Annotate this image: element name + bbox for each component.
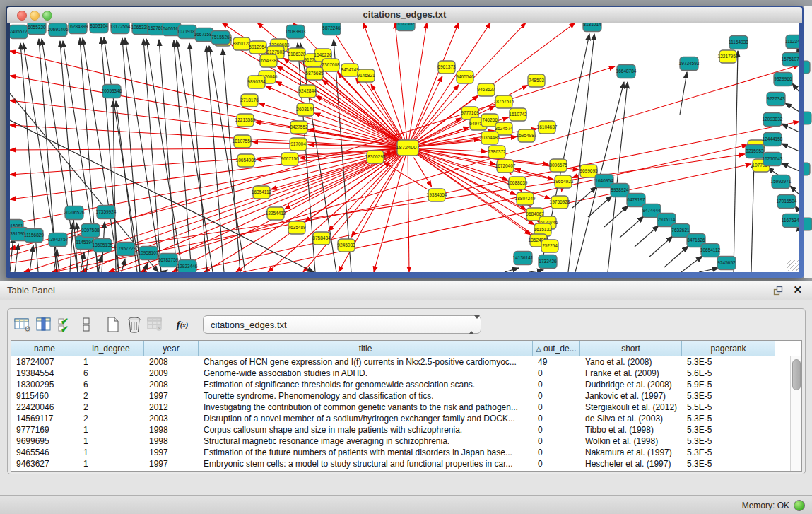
graph-node[interactable] xyxy=(28,23,46,35)
graph-node[interactable] xyxy=(286,25,305,39)
graph-node[interactable] xyxy=(777,195,796,209)
graph-node[interactable] xyxy=(97,206,115,219)
graph-node[interactable] xyxy=(288,48,305,61)
graph-node[interactable] xyxy=(497,160,514,173)
graph-node[interactable] xyxy=(111,23,129,34)
graph-node[interactable] xyxy=(551,196,568,209)
network-graph-canvas[interactable]: 1872400776638228860128591295412260683912… xyxy=(10,23,799,272)
graph-node[interactable] xyxy=(65,206,83,220)
graph-node[interactable] xyxy=(281,153,298,165)
graph-node[interactable] xyxy=(478,83,495,96)
graph-node[interactable] xyxy=(249,41,266,54)
table-row[interactable]: 2242004622012Investigating the contribut… xyxy=(11,402,801,413)
citation-network-graph[interactable]: 1872400776638228860128591295412260683912… xyxy=(10,23,799,272)
table-row[interactable]: 977716911998Corpus callosum shape and si… xyxy=(11,424,801,436)
scrollbar-thumb[interactable] xyxy=(792,359,801,390)
graph-node[interactable] xyxy=(341,64,358,76)
graph-node[interactable] xyxy=(299,85,316,98)
window-titlebar[interactable]: citations_edges.txt xyxy=(7,7,802,23)
graph-node[interactable] xyxy=(763,113,782,127)
graph-node[interactable] xyxy=(117,243,135,256)
graph-node[interactable] xyxy=(49,23,67,37)
graph-node[interactable] xyxy=(93,239,112,252)
delete-rows-icon[interactable] xyxy=(124,315,145,334)
graph-node[interactable] xyxy=(717,257,736,270)
graph-node[interactable] xyxy=(297,103,314,116)
graph-node[interactable] xyxy=(518,129,535,142)
graph-node[interactable] xyxy=(517,192,534,205)
table-row[interactable]: 946362711997Embryonic stem cells: a mode… xyxy=(11,458,801,469)
graph-node[interactable] xyxy=(81,224,100,238)
close-panel-icon[interactable]: ✕ xyxy=(793,284,802,296)
graph-node[interactable] xyxy=(680,57,698,71)
table-vertical-scrollbar[interactable] xyxy=(790,356,801,471)
select-rows-icon[interactable]: ✔✔ xyxy=(54,315,76,334)
graph-node[interactable] xyxy=(774,73,792,86)
float-panel-icon[interactable] xyxy=(772,285,784,296)
graph-node[interactable] xyxy=(550,159,567,172)
graph-node[interactable] xyxy=(49,233,67,247)
graph-node-hub[interactable] xyxy=(397,140,418,156)
graph-node[interactable] xyxy=(25,229,43,243)
graph-node[interactable] xyxy=(211,31,230,45)
graph-node[interactable] xyxy=(539,255,557,269)
column-edit-icon[interactable] xyxy=(33,315,54,334)
resize-grip[interactable] xyxy=(787,260,799,271)
graph-node[interactable] xyxy=(290,121,307,134)
table-settings-icon[interactable]: ⚙ xyxy=(12,315,33,334)
graph-node[interactable] xyxy=(555,175,572,188)
graph-node[interactable] xyxy=(233,37,250,50)
graph-node[interactable] xyxy=(248,76,265,88)
graph-node[interactable] xyxy=(457,71,473,83)
column-header-short[interactable]: short xyxy=(580,341,682,356)
graph-node[interactable] xyxy=(580,165,597,177)
graph-node[interactable] xyxy=(481,132,498,144)
graph-node[interactable] xyxy=(509,177,526,189)
graph-node[interactable] xyxy=(69,23,87,34)
table-row[interactable]: 1872400712008Changes of HCN gene express… xyxy=(11,356,801,368)
graph-node[interactable] xyxy=(90,23,108,33)
table-row[interactable]: 969969511998Structural magnetic resonanc… xyxy=(11,436,801,447)
graph-node[interactable] xyxy=(178,260,196,273)
column-header-out_de[interactable]: △out_de... xyxy=(533,341,580,356)
graph-node[interactable] xyxy=(719,50,736,63)
graph-node[interactable] xyxy=(267,207,284,220)
table-row[interactable]: 946554611997Estimation of the future num… xyxy=(11,447,801,458)
graph-node[interactable] xyxy=(237,154,254,167)
graph-node[interactable] xyxy=(260,54,277,67)
graph-node[interactable] xyxy=(782,53,799,66)
graph-node[interactable] xyxy=(772,175,790,189)
graph-node[interactable] xyxy=(541,240,558,252)
graph-node[interactable] xyxy=(313,232,330,245)
graph-node[interactable] xyxy=(234,135,251,148)
graph-node[interactable] xyxy=(338,239,355,252)
graph-node[interactable] xyxy=(782,214,799,228)
table-source-select[interactable]: citations_edges.txt xyxy=(203,315,481,334)
graph-node[interactable] xyxy=(10,25,28,39)
graph-node[interactable] xyxy=(627,194,645,207)
graph-node[interactable] xyxy=(322,23,341,35)
graph-node[interactable] xyxy=(617,65,635,78)
graph-node[interactable] xyxy=(76,236,94,250)
graph-node[interactable] xyxy=(195,28,213,42)
graph-node[interactable] xyxy=(729,36,748,49)
delete-table-icon[interactable]: ✕ xyxy=(145,315,166,334)
graph-node[interactable] xyxy=(611,184,629,197)
graph-node[interactable] xyxy=(290,138,307,151)
table-row[interactable]: 911546021997Tourette syndrome. Phenomeno… xyxy=(11,390,801,402)
graph-node[interactable] xyxy=(253,186,270,199)
graph-node[interactable] xyxy=(767,93,785,106)
graph-node[interactable] xyxy=(510,108,526,121)
table-row[interactable]: 1456911722003Disruption of a novel membe… xyxy=(11,413,801,424)
graph-node[interactable] xyxy=(396,23,415,31)
graph-node[interactable] xyxy=(763,133,782,146)
graph-node[interactable] xyxy=(438,61,455,74)
graph-node[interactable] xyxy=(583,23,601,32)
table-row[interactable]: 1830029562008Estimation of significance … xyxy=(11,379,801,390)
graph-node[interactable] xyxy=(367,151,384,163)
graph-node[interactable] xyxy=(102,85,121,98)
memory-ok-indicator[interactable] xyxy=(794,500,805,511)
graph-node[interactable] xyxy=(495,95,512,108)
function-builder-icon[interactable]: f(x) xyxy=(172,315,193,334)
graph-node[interactable] xyxy=(358,69,375,82)
